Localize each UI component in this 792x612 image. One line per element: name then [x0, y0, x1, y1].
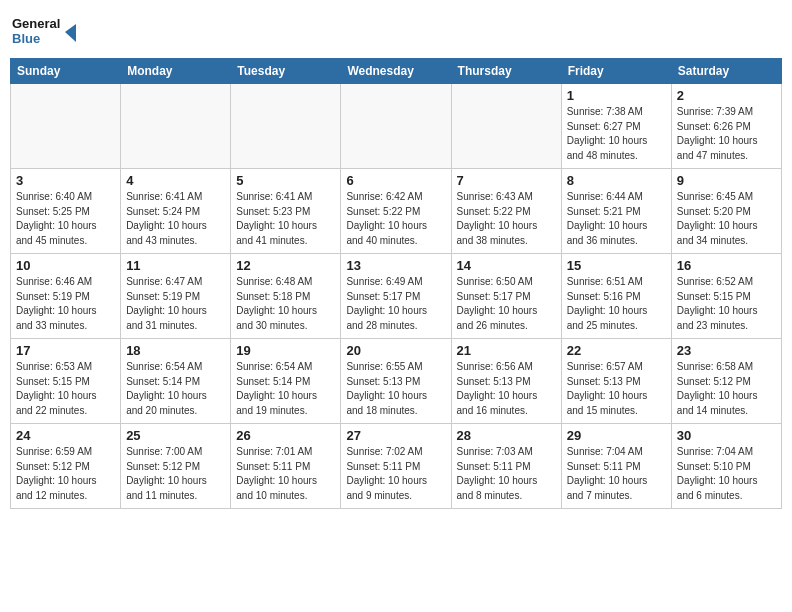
calendar-cell: 11Sunrise: 6:47 AMSunset: 5:19 PMDayligh… [121, 254, 231, 339]
day-info: Sunrise: 6:43 AMSunset: 5:22 PMDaylight:… [457, 190, 556, 248]
week-row-2: 3Sunrise: 6:40 AMSunset: 5:25 PMDaylight… [11, 169, 782, 254]
day-number: 13 [346, 258, 445, 273]
calendar-cell: 29Sunrise: 7:04 AMSunset: 5:11 PMDayligh… [561, 424, 671, 509]
day-number: 27 [346, 428, 445, 443]
calendar-cell [11, 84, 121, 169]
day-number: 15 [567, 258, 666, 273]
day-info: Sunrise: 6:51 AMSunset: 5:16 PMDaylight:… [567, 275, 666, 333]
day-info: Sunrise: 6:59 AMSunset: 5:12 PMDaylight:… [16, 445, 115, 503]
calendar-cell: 7Sunrise: 6:43 AMSunset: 5:22 PMDaylight… [451, 169, 561, 254]
day-info: Sunrise: 6:45 AMSunset: 5:20 PMDaylight:… [677, 190, 776, 248]
weekday-header-wednesday: Wednesday [341, 59, 451, 84]
svg-marker-2 [65, 24, 76, 42]
logo: General Blue [10, 10, 80, 50]
calendar-table: SundayMondayTuesdayWednesdayThursdayFrid… [10, 58, 782, 509]
calendar-cell: 28Sunrise: 7:03 AMSunset: 5:11 PMDayligh… [451, 424, 561, 509]
day-info: Sunrise: 7:04 AMSunset: 5:11 PMDaylight:… [567, 445, 666, 503]
day-number: 17 [16, 343, 115, 358]
calendar-cell: 2Sunrise: 7:39 AMSunset: 6:26 PMDaylight… [671, 84, 781, 169]
day-number: 30 [677, 428, 776, 443]
calendar-cell: 6Sunrise: 6:42 AMSunset: 5:22 PMDaylight… [341, 169, 451, 254]
day-number: 11 [126, 258, 225, 273]
week-row-3: 10Sunrise: 6:46 AMSunset: 5:19 PMDayligh… [11, 254, 782, 339]
day-info: Sunrise: 6:54 AMSunset: 5:14 PMDaylight:… [236, 360, 335, 418]
week-row-4: 17Sunrise: 6:53 AMSunset: 5:15 PMDayligh… [11, 339, 782, 424]
calendar-cell: 4Sunrise: 6:41 AMSunset: 5:24 PMDaylight… [121, 169, 231, 254]
day-number: 25 [126, 428, 225, 443]
calendar-cell: 16Sunrise: 6:52 AMSunset: 5:15 PMDayligh… [671, 254, 781, 339]
calendar-cell: 20Sunrise: 6:55 AMSunset: 5:13 PMDayligh… [341, 339, 451, 424]
day-number: 28 [457, 428, 556, 443]
day-number: 18 [126, 343, 225, 358]
day-number: 5 [236, 173, 335, 188]
calendar-cell: 1Sunrise: 7:38 AMSunset: 6:27 PMDaylight… [561, 84, 671, 169]
day-number: 10 [16, 258, 115, 273]
week-row-5: 24Sunrise: 6:59 AMSunset: 5:12 PMDayligh… [11, 424, 782, 509]
calendar-cell: 26Sunrise: 7:01 AMSunset: 5:11 PMDayligh… [231, 424, 341, 509]
weekday-header-friday: Friday [561, 59, 671, 84]
day-number: 23 [677, 343, 776, 358]
calendar-cell: 18Sunrise: 6:54 AMSunset: 5:14 PMDayligh… [121, 339, 231, 424]
day-info: Sunrise: 7:02 AMSunset: 5:11 PMDaylight:… [346, 445, 445, 503]
weekday-header-saturday: Saturday [671, 59, 781, 84]
day-number: 14 [457, 258, 556, 273]
calendar-cell [121, 84, 231, 169]
day-info: Sunrise: 6:52 AMSunset: 5:15 PMDaylight:… [677, 275, 776, 333]
calendar-cell: 17Sunrise: 6:53 AMSunset: 5:15 PMDayligh… [11, 339, 121, 424]
calendar-cell: 21Sunrise: 6:56 AMSunset: 5:13 PMDayligh… [451, 339, 561, 424]
calendar-cell: 19Sunrise: 6:54 AMSunset: 5:14 PMDayligh… [231, 339, 341, 424]
day-info: Sunrise: 6:41 AMSunset: 5:23 PMDaylight:… [236, 190, 335, 248]
day-number: 29 [567, 428, 666, 443]
day-number: 8 [567, 173, 666, 188]
day-info: Sunrise: 6:55 AMSunset: 5:13 PMDaylight:… [346, 360, 445, 418]
day-number: 26 [236, 428, 335, 443]
svg-text:Blue: Blue [12, 31, 40, 46]
page-header: General Blue [10, 10, 782, 50]
calendar-cell: 10Sunrise: 6:46 AMSunset: 5:19 PMDayligh… [11, 254, 121, 339]
week-row-1: 1Sunrise: 7:38 AMSunset: 6:27 PMDaylight… [11, 84, 782, 169]
weekday-header-thursday: Thursday [451, 59, 561, 84]
day-number: 21 [457, 343, 556, 358]
day-number: 6 [346, 173, 445, 188]
day-info: Sunrise: 6:57 AMSunset: 5:13 PMDaylight:… [567, 360, 666, 418]
day-info: Sunrise: 6:49 AMSunset: 5:17 PMDaylight:… [346, 275, 445, 333]
day-info: Sunrise: 6:47 AMSunset: 5:19 PMDaylight:… [126, 275, 225, 333]
day-info: Sunrise: 6:54 AMSunset: 5:14 PMDaylight:… [126, 360, 225, 418]
day-number: 24 [16, 428, 115, 443]
calendar-cell: 30Sunrise: 7:04 AMSunset: 5:10 PMDayligh… [671, 424, 781, 509]
day-number: 16 [677, 258, 776, 273]
day-info: Sunrise: 6:56 AMSunset: 5:13 PMDaylight:… [457, 360, 556, 418]
day-info: Sunrise: 7:00 AMSunset: 5:12 PMDaylight:… [126, 445, 225, 503]
calendar-cell: 24Sunrise: 6:59 AMSunset: 5:12 PMDayligh… [11, 424, 121, 509]
day-number: 3 [16, 173, 115, 188]
weekday-header-row: SundayMondayTuesdayWednesdayThursdayFrid… [11, 59, 782, 84]
day-info: Sunrise: 7:01 AMSunset: 5:11 PMDaylight:… [236, 445, 335, 503]
calendar-cell: 23Sunrise: 6:58 AMSunset: 5:12 PMDayligh… [671, 339, 781, 424]
day-info: Sunrise: 6:44 AMSunset: 5:21 PMDaylight:… [567, 190, 666, 248]
day-number: 4 [126, 173, 225, 188]
day-info: Sunrise: 6:41 AMSunset: 5:24 PMDaylight:… [126, 190, 225, 248]
weekday-header-sunday: Sunday [11, 59, 121, 84]
day-number: 7 [457, 173, 556, 188]
weekday-header-monday: Monday [121, 59, 231, 84]
svg-text:General: General [12, 16, 60, 31]
day-number: 22 [567, 343, 666, 358]
calendar-cell: 15Sunrise: 6:51 AMSunset: 5:16 PMDayligh… [561, 254, 671, 339]
day-info: Sunrise: 6:40 AMSunset: 5:25 PMDaylight:… [16, 190, 115, 248]
day-info: Sunrise: 6:50 AMSunset: 5:17 PMDaylight:… [457, 275, 556, 333]
calendar-cell [451, 84, 561, 169]
day-info: Sunrise: 6:48 AMSunset: 5:18 PMDaylight:… [236, 275, 335, 333]
day-info: Sunrise: 6:53 AMSunset: 5:15 PMDaylight:… [16, 360, 115, 418]
calendar-cell: 3Sunrise: 6:40 AMSunset: 5:25 PMDaylight… [11, 169, 121, 254]
day-number: 19 [236, 343, 335, 358]
day-info: Sunrise: 6:58 AMSunset: 5:12 PMDaylight:… [677, 360, 776, 418]
day-info: Sunrise: 7:04 AMSunset: 5:10 PMDaylight:… [677, 445, 776, 503]
day-info: Sunrise: 6:46 AMSunset: 5:19 PMDaylight:… [16, 275, 115, 333]
day-number: 1 [567, 88, 666, 103]
calendar-cell: 27Sunrise: 7:02 AMSunset: 5:11 PMDayligh… [341, 424, 451, 509]
calendar-cell: 9Sunrise: 6:45 AMSunset: 5:20 PMDaylight… [671, 169, 781, 254]
day-number: 20 [346, 343, 445, 358]
calendar-cell: 13Sunrise: 6:49 AMSunset: 5:17 PMDayligh… [341, 254, 451, 339]
day-number: 2 [677, 88, 776, 103]
calendar-cell: 14Sunrise: 6:50 AMSunset: 5:17 PMDayligh… [451, 254, 561, 339]
